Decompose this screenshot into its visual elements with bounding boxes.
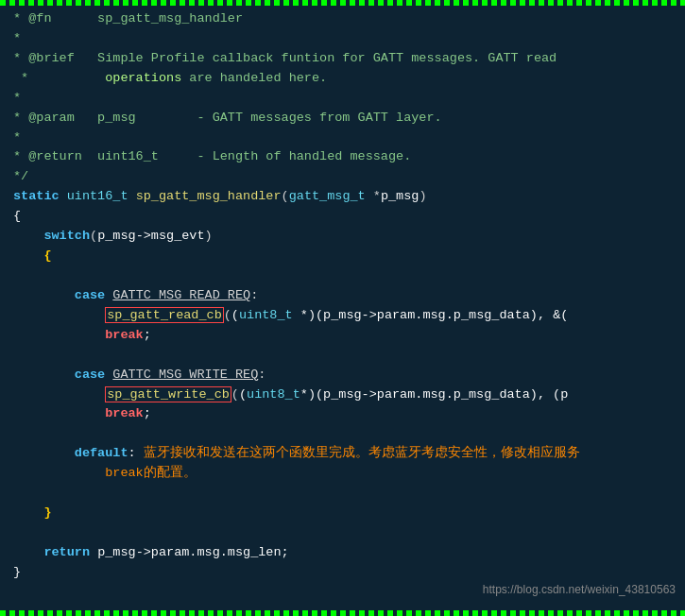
line-switch: switch(p_msg->msg_evt) — [9, 227, 685, 247]
line-return: return p_msg->param.msg.msg_len; — [9, 543, 685, 563]
line-blank5 — [9, 523, 685, 543]
code-block: * @fn sp_gatt_msg_handler * * @brief Sim… — [0, 6, 685, 587]
line-return-comment: * @return uint16_t - Length of handled m… — [9, 147, 685, 167]
line-blank4 — [9, 484, 685, 504]
line-read-cb: sp_gatt_read_cb((uint8_t *)(p_msg->param… — [9, 306, 685, 326]
line-brace-open: { — [9, 207, 685, 227]
line-star3: * — [9, 128, 685, 148]
line-param: * @param p_msg - GATT messages from GATT… — [9, 109, 685, 128]
line-star1: * — [9, 29, 685, 49]
line-write-cb: sp_gatt_write_cb((uint8_t*)(p_msg->param… — [9, 385, 685, 405]
line-brace-close1: } — [9, 563, 685, 583]
line-default: default: 蓝牙接收和发送在这两个函数里完成。考虑蓝牙考虑安全性，修改相应… — [9, 444, 685, 464]
line-break1: break; — [9, 326, 685, 346]
line-default2: break的配置。 — [9, 464, 685, 484]
bottom-border — [0, 610, 685, 616]
line-blank1 — [9, 266, 685, 286]
line-star2: * — [9, 89, 685, 109]
line-fn: * @fn sp_gatt_msg_handler — [9, 9, 685, 29]
line-break2: break; — [9, 404, 685, 424]
line-brace-open2: { — [9, 247, 685, 266]
line-case-read: case GATTC_MSG_READ_REQ: — [9, 286, 685, 306]
line-brief2: * operations are handeled here. — [9, 69, 685, 89]
watermark: https://blog.csdn.net/weixin_43810563 — [483, 581, 676, 599]
line-brief: * @brief Simple Profile callback funtion… — [9, 49, 685, 69]
line-blank2 — [9, 346, 685, 366]
code-container: * @fn sp_gatt_msg_handler * * @brief Sim… — [0, 0, 685, 616]
line-brace-close2: } — [9, 504, 685, 523]
line-comment-end: */ — [9, 167, 685, 187]
line-func-decl: static uint16_t sp_gatt_msg_handler(gatt… — [9, 187, 685, 207]
line-case-write: case GATTC_MSG_WRITE_REQ: — [9, 366, 685, 385]
line-blank3 — [9, 424, 685, 444]
